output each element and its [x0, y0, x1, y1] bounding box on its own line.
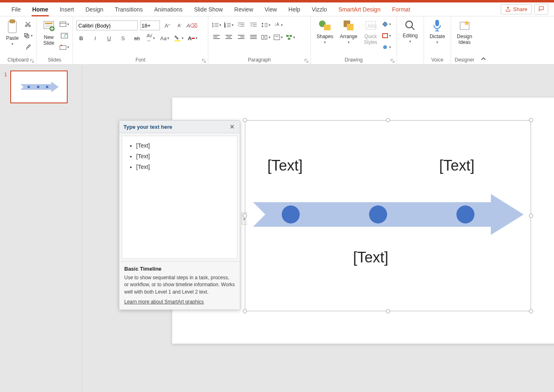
- shapes-button[interactable]: Shapes▾: [314, 18, 336, 45]
- tab-slideshow[interactable]: Slide Show: [188, 3, 228, 16]
- tab-home[interactable]: Home: [27, 3, 54, 16]
- comments-button[interactable]: [534, 4, 548, 15]
- format-painter-button[interactable]: [23, 43, 33, 52]
- smartart-convert-button[interactable]: [285, 33, 295, 42]
- tab-vizzlo[interactable]: Vizzlo: [306, 3, 333, 16]
- layout-button[interactable]: [59, 20, 69, 29]
- highlight-button[interactable]: [174, 34, 184, 43]
- tab-review[interactable]: Review: [228, 3, 259, 16]
- numbering-button[interactable]: 123: [224, 21, 234, 30]
- slide-thumbnail-panel[interactable]: 1: [0, 65, 82, 392]
- change-case-button[interactable]: Aa: [160, 34, 170, 43]
- tab-animations[interactable]: Animations: [148, 3, 188, 16]
- font-name-input[interactable]: [76, 21, 138, 30]
- shape-effects-button[interactable]: [381, 43, 391, 52]
- dictate-button[interactable]: Dictate▾: [427, 18, 447, 45]
- increase-indent-button[interactable]: [249, 21, 258, 30]
- group-slides: New Slide Slides: [36, 16, 73, 64]
- tab-design[interactable]: Design: [80, 3, 109, 16]
- font-size-input[interactable]: [140, 21, 160, 30]
- svg-text:↕A: ↕A: [274, 22, 279, 27]
- bullets-icon: [212, 22, 219, 28]
- text-pane-body[interactable]: [Text] [Text] [Text]: [122, 136, 237, 259]
- shadow-button[interactable]: S: [118, 34, 128, 43]
- collapse-ribbon-button[interactable]: [478, 16, 489, 64]
- align-left-button[interactable]: [212, 33, 221, 42]
- new-slide-button[interactable]: New Slide: [40, 18, 58, 47]
- decrease-indent-button[interactable]: [236, 21, 246, 30]
- bold-button[interactable]: B: [76, 34, 86, 43]
- svg-rect-50: [262, 35, 264, 39]
- text-pane-learn-more-link[interactable]: Learn more about SmartArt graphics: [124, 299, 204, 305]
- text-pane-close-button[interactable]: [228, 123, 236, 130]
- spacing-icon: [261, 22, 268, 28]
- smartart-selection[interactable]: [Text] [Text] [Text]: [245, 120, 531, 311]
- paste-button[interactable]: Paste ▾: [3, 18, 21, 47]
- tab-file[interactable]: File: [6, 3, 27, 16]
- smartart-text-3[interactable]: [Text]: [353, 249, 388, 266]
- slide-thumbnail-1[interactable]: [10, 71, 68, 103]
- text-pane-item[interactable]: [Text]: [136, 162, 231, 172]
- resize-handle-tm[interactable]: [386, 118, 390, 122]
- align-text-button[interactable]: [273, 33, 283, 42]
- quick-styles-button[interactable]: Abc Quick Styles: [361, 18, 380, 46]
- smartart-text-2[interactable]: [Text]: [439, 157, 474, 174]
- align-right-button[interactable]: [236, 33, 246, 42]
- clipboard-launcher[interactable]: [30, 58, 34, 63]
- text-pane-item[interactable]: [Text]: [136, 140, 231, 151]
- decrease-font-button[interactable]: Aˇ: [175, 21, 185, 30]
- design-ideas-button[interactable]: Design Ideas: [454, 18, 474, 46]
- smartart-text-pane[interactable]: Type your text here [Text] [Text] [Text]…: [119, 120, 240, 310]
- font-launcher[interactable]: [201, 58, 206, 63]
- copy-button[interactable]: [23, 31, 33, 40]
- resize-handle-ml[interactable]: [243, 214, 247, 218]
- tab-smartart-design[interactable]: SmartArt Design: [333, 3, 386, 16]
- shape-outline-button[interactable]: [381, 31, 391, 40]
- increase-font-button[interactable]: A^: [162, 21, 172, 30]
- bullets-button[interactable]: [212, 21, 221, 30]
- justify-button[interactable]: [249, 33, 258, 42]
- shape-fill-button[interactable]: [381, 20, 391, 29]
- resize-handle-bm[interactable]: [386, 309, 390, 313]
- underline-button[interactable]: U: [104, 34, 114, 43]
- resize-handle-tr[interactable]: [529, 118, 533, 122]
- drawing-launcher[interactable]: [390, 58, 395, 63]
- resize-handle-bl[interactable]: [243, 309, 247, 313]
- text-pane-info: Basic Timeline Use to show sequential st…: [119, 261, 240, 310]
- cut-button[interactable]: [23, 20, 33, 29]
- smartart-graphic[interactable]: [Text] [Text] [Text]: [253, 128, 523, 303]
- effects-icon: [382, 44, 388, 50]
- svg-rect-10: [60, 22, 66, 26]
- slide-canvas-area[interactable]: ▸ [Text] [Text] [Text]: [82, 65, 554, 392]
- columns-button[interactable]: [261, 33, 271, 42]
- editing-button[interactable]: Editing▾: [400, 18, 420, 44]
- resize-handle-br[interactable]: [529, 309, 533, 313]
- strike-button[interactable]: ab: [132, 34, 142, 43]
- section-button[interactable]: [59, 43, 69, 52]
- line-spacing-button[interactable]: [261, 21, 271, 30]
- tab-format[interactable]: Format: [386, 3, 416, 16]
- reset-button[interactable]: [59, 31, 69, 40]
- font-color-button[interactable]: A: [188, 34, 198, 43]
- share-button[interactable]: Share: [501, 4, 532, 14]
- resize-handle-mr[interactable]: [529, 214, 533, 218]
- resize-handle-tl[interactable]: [243, 118, 247, 122]
- outdent-icon: [238, 22, 244, 28]
- text-pane-item[interactable]: [Text]: [136, 151, 231, 162]
- arrange-button[interactable]: Arrange▾: [337, 18, 360, 45]
- tab-transitions[interactable]: Transitions: [109, 3, 148, 16]
- search-icon: [404, 19, 416, 32]
- paragraph-launcher[interactable]: [304, 58, 309, 63]
- svg-text:Abc: Abc: [367, 23, 377, 29]
- tab-view[interactable]: View: [259, 3, 283, 16]
- svg-point-16: [212, 23, 213, 24]
- smartart-text-1[interactable]: [Text]: [267, 157, 303, 174]
- text-direction-button[interactable]: ↕A: [273, 21, 283, 30]
- brush-icon: [25, 44, 31, 50]
- italic-button[interactable]: I: [90, 34, 100, 43]
- clear-formatting-button[interactable]: A⌫: [187, 21, 197, 30]
- align-center-button[interactable]: [224, 33, 234, 42]
- tab-help[interactable]: Help: [283, 3, 306, 16]
- char-spacing-button[interactable]: AV↔: [146, 34, 156, 43]
- tab-insert[interactable]: Insert: [54, 3, 80, 16]
